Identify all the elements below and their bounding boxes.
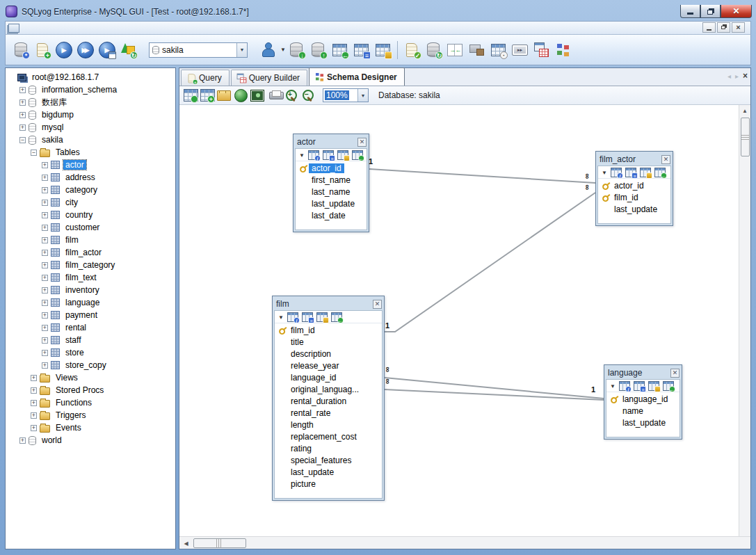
tree-expander[interactable] — [19, 137, 26, 143]
import-table-data-icon[interactable] — [330, 40, 349, 59]
field-row[interactable]: last_update — [276, 466, 380, 478]
refresh-objects-icon[interactable] — [119, 40, 138, 59]
tree-item[interactable]: sakila — [6, 134, 175, 146]
database-select[interactable]: sakila ▼ — [149, 42, 248, 58]
alter-table-icon[interactable] — [287, 312, 298, 322]
manage-indexes-icon[interactable] — [640, 168, 651, 177]
tree-expander[interactable] — [42, 225, 48, 231]
entity-header[interactable]: film ✕ — [274, 298, 383, 310]
add-table-icon[interactable] — [200, 88, 215, 103]
print-icon[interactable] — [266, 88, 282, 103]
entity-close-icon[interactable]: ✕ — [357, 138, 367, 147]
tree-expander[interactable] — [42, 175, 48, 181]
add-column-icon[interactable] — [331, 312, 342, 322]
entity-close-icon[interactable]: ✕ — [670, 369, 679, 378]
close-button[interactable]: ✕ — [721, 5, 752, 18]
tree-expander[interactable] — [42, 212, 48, 218]
field-row[interactable]: language_id — [276, 371, 380, 383]
menu-item[interactable] — [111, 22, 124, 34]
tree-item[interactable]: film_actor — [6, 246, 175, 259]
save-schema-icon[interactable] — [233, 88, 248, 103]
import-database-icon[interactable] — [287, 40, 306, 59]
tree-expander[interactable] — [42, 262, 48, 268]
field-row[interactable]: release_year — [276, 360, 380, 371]
tree-expander[interactable] — [42, 300, 48, 306]
tree-item[interactable]: customer — [6, 221, 175, 234]
table-details-icon[interactable] — [352, 40, 371, 59]
tree-item[interactable]: staff — [6, 334, 175, 346]
entity-actor[interactable]: actor ✕ ▼ — [293, 134, 369, 232]
vertical-scrollbar[interactable]: ▲ — [739, 105, 750, 536]
manage-indexes-icon[interactable] — [337, 150, 348, 160]
tree-item[interactable]: address — [6, 171, 175, 184]
field-row[interactable]: last_update — [608, 417, 678, 428]
entity-header[interactable]: film_actor ✕ — [597, 153, 671, 166]
table-details-icon[interactable] — [323, 150, 334, 160]
field-row[interactable]: length — [276, 419, 380, 431]
table-details-icon[interactable] — [625, 168, 636, 177]
scroll-left-icon[interactable]: ◀ — [181, 538, 191, 548]
tree-expander[interactable] — [19, 112, 26, 118]
tree-expander[interactable] — [19, 124, 26, 131]
tree-expander[interactable] — [31, 425, 37, 431]
field-row[interactable]: last_date — [297, 209, 365, 221]
menu-item[interactable] — [124, 22, 136, 34]
tab-close-icon[interactable]: × — [743, 71, 748, 81]
execute-all-queries-icon[interactable]: ▶▶ — [76, 40, 95, 59]
compare-data-icon[interactable]: →← — [446, 40, 465, 59]
menu-item[interactable] — [99, 22, 111, 34]
field-row[interactable]: replacement_cost — [276, 431, 380, 442]
tree-expander[interactable] — [19, 87, 26, 93]
tree-item[interactable]: mysql — [6, 121, 175, 134]
field-row[interactable]: original_languag... — [276, 383, 380, 395]
entity-header[interactable]: actor ✕ — [295, 136, 367, 148]
tree-item[interactable]: Events — [6, 421, 175, 434]
tree-expander[interactable] — [31, 387, 37, 394]
query-profiler-icon[interactable]: ▸▸ — [510, 40, 529, 59]
chevron-down-icon[interactable]: ▼ — [236, 43, 247, 57]
tree-item[interactable]: city — [6, 196, 175, 209]
dropdown-caret-icon[interactable]: ▼ — [610, 383, 616, 389]
tree-item[interactable]: rental — [6, 321, 175, 334]
tab-scroll-right-icon[interactable]: ▸ — [735, 72, 739, 80]
entity-film[interactable]: film ✕ ▼ — [272, 296, 385, 501]
zoom-level-select[interactable]: 100% ▼ — [323, 88, 369, 102]
field-row[interactable]: title — [276, 336, 380, 348]
tree-item[interactable]: root@192.168.1.7 — [6, 71, 175, 83]
tree-expander[interactable] — [42, 287, 48, 293]
tree-expander[interactable] — [31, 375, 37, 381]
manage-indexes-icon[interactable] — [648, 381, 659, 391]
tree-expander[interactable] — [42, 162, 48, 168]
connect-database-icon[interactable] — [11, 40, 30, 59]
vertical-scroll-thumb[interactable] — [741, 118, 750, 156]
tree-item[interactable]: payment — [6, 309, 175, 321]
tree-expander[interactable] — [42, 325, 48, 331]
field-row[interactable]: rating — [276, 442, 380, 454]
tree-expander[interactable] — [31, 412, 37, 419]
menu-item[interactable] — [36, 22, 49, 34]
table-details-icon[interactable] — [302, 312, 313, 322]
field-row[interactable]: rental_rate — [276, 407, 380, 419]
tree-item[interactable]: Tables — [6, 146, 175, 159]
execute-explain-result-icon[interactable]: ▶ — [97, 40, 116, 59]
tree-expander[interactable] — [42, 200, 48, 206]
tree-item[interactable]: actor — [6, 159, 175, 171]
tab-schema-designer[interactable]: Schema Designer — [309, 67, 405, 86]
format-query-icon[interactable] — [403, 40, 421, 59]
minimize-button[interactable] — [680, 5, 700, 18]
tree-item[interactable]: store_copy — [6, 359, 175, 371]
tree-item[interactable]: film — [6, 234, 175, 246]
mdi-minimize-button[interactable] — [702, 22, 716, 33]
migrate-database-icon[interactable] — [467, 40, 486, 59]
restore-button[interactable] — [700, 5, 721, 18]
entity-film-actor[interactable]: film_actor ✕ ▼ — [595, 151, 673, 226]
tree-item[interactable]: Functions — [6, 396, 175, 409]
field-row[interactable]: rental_duration — [276, 395, 380, 407]
tree-expander[interactable] — [42, 250, 48, 256]
tree-item[interactable]: world — [6, 434, 175, 447]
entity-header[interactable]: language ✕ — [606, 367, 680, 379]
field-row[interactable]: picture — [276, 478, 380, 490]
field-row[interactable]: language_id — [608, 393, 678, 405]
field-row[interactable]: last_update — [297, 198, 365, 209]
dropdown-caret-icon[interactable]: ▼ — [280, 47, 286, 53]
